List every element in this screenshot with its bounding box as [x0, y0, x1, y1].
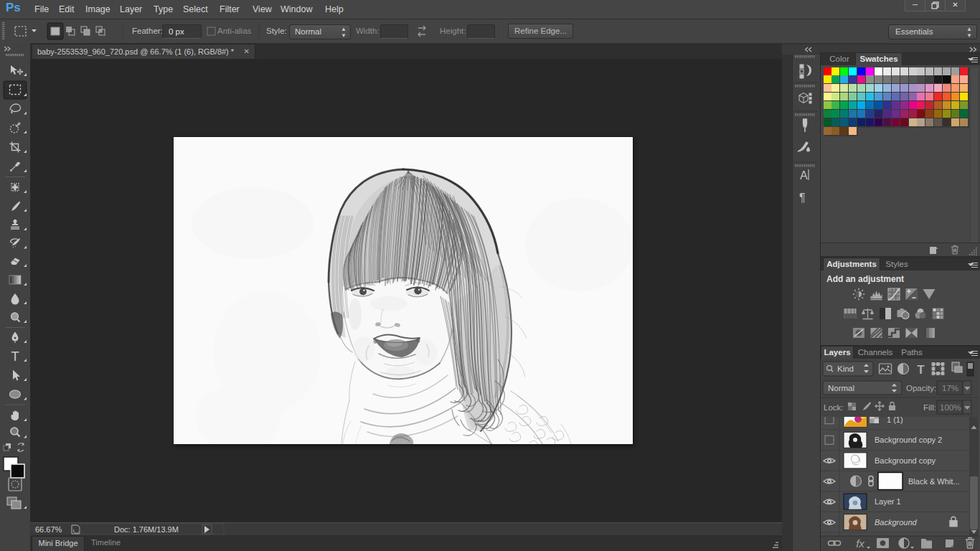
svg-text:17%: 17%	[942, 384, 958, 392]
svg-text:Lock:: Lock:	[824, 403, 844, 412]
svg-text:Opacity:: Opacity:	[906, 384, 936, 392]
svg-text:Normal: Normal	[828, 384, 854, 392]
svg-text:Black & Whit...: Black & Whit...	[908, 477, 960, 486]
svg-text:Layer 1: Layer 1	[875, 497, 901, 506]
svg-text:fx: fx	[856, 537, 864, 550]
svg-text:T: T	[917, 363, 925, 377]
svg-text:T: T	[11, 349, 19, 364]
svg-text:Background copy 2: Background copy 2	[875, 435, 942, 444]
svg-text:Fill:: Fill:	[923, 403, 936, 412]
svg-text:Background: Background	[875, 518, 918, 527]
svg-text:100%: 100%	[940, 403, 961, 412]
svg-text:Kind: Kind	[837, 364, 854, 373]
svg-text:Background copy: Background copy	[875, 456, 936, 465]
